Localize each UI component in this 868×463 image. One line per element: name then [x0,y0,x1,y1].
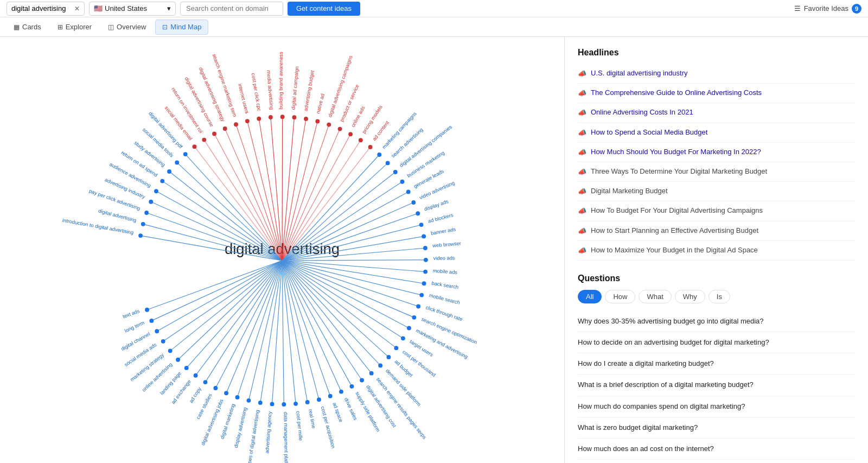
mindmap-node-dot[interactable] [175,161,179,165]
question-item[interactable]: What is zero budget digital marketing? [578,417,855,439]
question-item[interactable]: Why does 30-35% advertising budget go in… [578,311,855,332]
mindmap-node-dot[interactable] [149,319,154,323]
mindmap-node-dot[interactable] [348,132,353,136]
mindmap-node-dot[interactable] [416,305,420,309]
mindmap-node-label[interactable]: ad content [372,120,391,142]
mindmap-node-dot[interactable] [360,378,364,383]
mindmap-node-label[interactable]: display advertising [233,407,248,448]
mindmap-node-label[interactable]: search engine optimization [420,316,478,345]
mindmap-node-dot[interactable] [327,123,331,127]
mindmap-node-dot[interactable] [377,153,381,157]
mindmap-node-label[interactable]: building brand awareness [278,52,284,109]
mindmap-node-dot[interactable] [422,281,426,286]
mindmap-node-dot[interactable] [245,119,250,123]
mindmap-node-label[interactable]: cost per mille [295,411,303,441]
question-item[interactable]: How to decide on an advertising budget f… [578,332,855,353]
mindmap-node-dot[interactable] [400,180,405,184]
mindmap-node-dot[interactable] [203,380,208,384]
headline-item[interactable]: 📣How Much Should You Budget For Marketin… [578,143,855,162]
mindmap-node-label[interactable]: introduction to digital advertising [62,218,134,236]
mindmap-node-dot[interactable] [154,189,158,193]
mindmap-node-label[interactable]: advertising agency [264,411,272,454]
headline-item[interactable]: 📣How to Maximize Your Budget in the Digi… [578,241,855,261]
mindmap-node-dot[interactable] [269,115,273,119]
mindmap-node-dot[interactable] [176,358,180,362]
mindmap-node-label[interactable]: text ads [122,308,141,320]
mindmap-node-dot[interactable] [270,402,275,406]
mindmap-node-dot[interactable] [212,132,216,136]
headline-item[interactable]: 📣The Comprehensive Guide to Online Adver… [578,84,855,103]
mindmap-node-dot[interactable] [161,339,165,344]
headline-item[interactable]: 📣Online Advertising Costs In 2021 [578,103,855,123]
mindmap-node-label[interactable]: mobile search [429,293,461,306]
mindmap-node-label[interactable]: case studies [195,392,213,420]
question-item[interactable]: How much does an ad cost on the internet… [578,439,855,460]
mindmap-node-label[interactable]: mobile ads [433,268,458,275]
headline-item[interactable]: 📣Digital Marketing Budget [578,182,855,201]
mindmap-node-dot[interactable] [411,200,416,205]
mindmap-node-label[interactable]: advertising budget [303,70,315,112]
mindmap-node-label[interactable]: web browser [432,240,461,249]
mindmap-node-label[interactable]: digital advertising cost [365,384,397,428]
mindmap-node-dot[interactable] [160,179,164,183]
question-item[interactable]: How much do companies spend on digital m… [578,396,855,417]
mindmap-node-label[interactable]: cost per click cpc [251,73,262,112]
mindmap-node-label[interactable]: return on investment roi [170,87,203,135]
tab-explorer[interactable]: ⊞ Explorer [50,20,99,35]
tab-overview[interactable]: ◫ Overview [101,20,153,35]
mindmap-node-dot[interactable] [387,355,391,359]
mindmap-node-label[interactable]: ad budget [393,359,414,378]
mindmap-node-dot[interactable] [416,211,420,215]
mindmap-node-label[interactable]: ad blockers [427,212,454,224]
mindmap-node-label[interactable]: drive sales [343,397,359,421]
mindmap-node-label[interactable]: native ad [315,93,326,114]
mindmap-node-label[interactable]: display ads [424,199,450,212]
mindmap-node-dot[interactable] [202,138,206,142]
mindmap-node-dot[interactable] [144,211,149,215]
favorite-ideas-button[interactable]: ☰ Favorite Ideas 9 [794,4,861,14]
mindmap-node-dot[interactable] [168,348,173,353]
mindmap-node-dot[interactable] [386,161,390,165]
mindmap-node-label[interactable]: back search [431,281,459,290]
mindmap-node-dot[interactable] [304,117,308,121]
mindmap-node-dot[interactable] [138,233,143,238]
mindmap-node-label[interactable]: marketing campaigns [381,111,418,150]
mindmap-node-dot[interactable] [234,122,238,126]
tab-cards[interactable]: ▦ Cards [7,20,48,35]
headline-item[interactable]: 📣How To Budget For Your Digital Advertis… [578,201,855,221]
mindmap-node-dot[interactable] [224,391,228,395]
mindmap-node-dot[interactable] [184,366,189,370]
mindmap-node-dot[interactable] [257,117,261,121]
mindmap-node-dot[interactable] [293,402,298,406]
mindmap-node-dot[interactable] [315,119,320,123]
headline-item[interactable]: 📣Three Ways To Determine Your Digital Ma… [578,162,855,182]
mindmap-node-label[interactable]: long term [124,320,145,333]
mindmap-node-dot[interactable] [412,315,416,320]
mindmap-node-dot[interactable] [394,346,398,350]
mindmap-node-dot[interactable] [247,398,251,403]
question-filter-all[interactable]: All [578,290,602,303]
question-item[interactable]: Is digital advertising expensive? [578,460,855,463]
mindmap-node-dot[interactable] [419,293,424,297]
mindmap-node-dot[interactable] [280,115,285,119]
question-filter-is[interactable]: Is [709,290,730,303]
mindmap-node-dot[interactable] [145,308,149,312]
mindmap-node-dot[interactable] [223,126,227,131]
mindmap-node-label[interactable]: internet users [237,83,250,114]
tab-mindmap[interactable]: ⊡ Mind Map [155,20,208,35]
mindmap-node-dot[interactable] [424,258,428,262]
mindmap-node-label[interactable]: cost per acquisition [320,405,336,449]
mindmap-node-label[interactable]: demand side platform [385,368,422,407]
mindmap-node-dot[interactable] [423,246,427,250]
mindmap-node-label[interactable]: real time [308,409,316,429]
mindmap-node-label[interactable]: data management platform [283,412,289,463]
mindmap-node-dot[interactable] [328,394,333,398]
headline-item[interactable]: 📣U.S. digital advertising industry [578,64,855,84]
mindmap-node-dot[interactable] [235,395,240,399]
headline-item[interactable]: 📣How to Start Planning an Effective Adve… [578,221,855,241]
mindmap-node-dot[interactable] [359,138,363,142]
mindmap-node-dot[interactable] [339,390,343,394]
country-selector[interactable]: 🇺🇸 United States ▾ [89,2,176,16]
close-icon[interactable]: ✕ [74,5,80,12]
mindmap-node-dot[interactable] [422,234,426,238]
